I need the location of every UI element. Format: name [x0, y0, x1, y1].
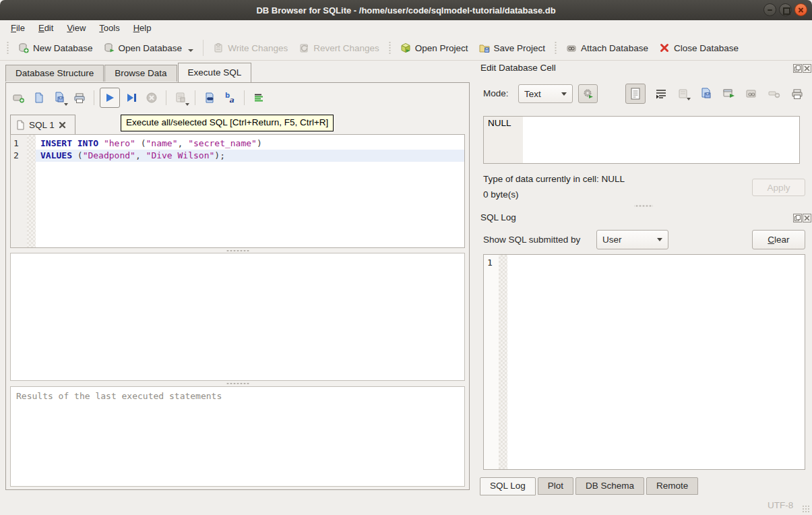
save-results-icon [175, 92, 187, 104]
new-sql-tab-icon [13, 92, 25, 104]
word-wrap-button[interactable] [654, 86, 668, 101]
apply-settings-button[interactable] [578, 84, 598, 103]
autocomplete-icon: b a [224, 92, 236, 104]
close-database-button[interactable]: Close Database [654, 39, 744, 57]
menu-tools[interactable]: Tools [92, 21, 126, 35]
close-database-label: Close Database [674, 43, 739, 53]
toolbar-handle[interactable] [554, 40, 557, 55]
close-dock-icon[interactable] [803, 214, 811, 222]
clear-log-button[interactable]: Clear [752, 230, 805, 249]
open-external-button[interactable] [745, 86, 759, 101]
export-data-icon [723, 88, 735, 100]
format-sql-button[interactable] [250, 89, 268, 107]
stop-execution-button[interactable] [143, 89, 160, 107]
new-database-button[interactable]: New Database [13, 39, 98, 57]
open-sql-file-button[interactable] [30, 89, 48, 107]
autocomplete-button[interactable]: b a [221, 89, 239, 107]
attach-database-button[interactable]: Attach Database [561, 39, 654, 57]
sql-log-view[interactable]: 1 [483, 254, 805, 470]
print-sql-button[interactable] [71, 89, 88, 107]
edit-cell-toolbar [625, 83, 805, 104]
execute-all-button[interactable] [100, 88, 120, 108]
save-project-icon [479, 42, 490, 53]
line-number: 2 [13, 150, 27, 162]
tab-execute-sql[interactable]: Execute SQL [178, 63, 252, 82]
sql-code-editor[interactable]: 1 2 INSERT INTO "hero" ("name", "secret_… [10, 134, 465, 248]
save-project-button[interactable]: Save Project [474, 39, 551, 57]
chevron-down-icon [561, 92, 567, 96]
code-area[interactable]: INSERT INTO "hero" ("name", "secret_name… [36, 135, 464, 247]
float-dock-icon[interactable] [793, 214, 802, 222]
cell-value-editor[interactable]: NULL [483, 116, 800, 164]
menu-file[interactable]: File [4, 21, 32, 35]
save-as-button[interactable] [699, 86, 714, 101]
import-dropdown-icon[interactable] [687, 98, 691, 100]
word-wrap-icon [655, 88, 667, 100]
set-null-icon [768, 88, 780, 100]
save-sql-dropdown-icon[interactable] [64, 103, 68, 106]
menu-edit[interactable]: Edit [32, 21, 60, 35]
resize-grip[interactable] [802, 505, 810, 513]
open-database-dropdown-icon[interactable] [188, 49, 193, 52]
tab-plot[interactable]: Plot [538, 477, 573, 495]
close-dock-icon[interactable] [803, 64, 811, 73]
save-results-dropdown-icon[interactable] [185, 103, 189, 106]
write-changes-button[interactable]: Write Changes [208, 39, 293, 57]
results-message-splitter[interactable] [10, 382, 465, 386]
new-database-label: New Database [33, 43, 93, 53]
menu-help[interactable]: Help [127, 21, 158, 35]
app-window: { "window": { "title": "DB Browser for S… [0, 0, 812, 515]
cell-value: NULL [488, 118, 511, 128]
cell-size-info: 0 byte(s) [483, 189, 519, 200]
mode-label: Mode: [483, 88, 509, 98]
tab-browse-data[interactable]: Browse Data [104, 65, 177, 82]
execute-line-button[interactable] [123, 89, 140, 107]
results-grid[interactable] [10, 253, 465, 381]
sql-document-tab[interactable]: SQL 1 [10, 115, 75, 134]
results-message-area[interactable]: Results of the last executed statements [10, 386, 465, 487]
log-filter-combobox[interactable]: User [596, 230, 668, 249]
cell-type-info: Type of data currently in cell: NULL [483, 174, 625, 184]
sql-toolbar-separator [244, 90, 245, 105]
revert-changes-button[interactable]: Revert Changes [293, 39, 385, 57]
new-sql-tab-button[interactable] [10, 89, 28, 107]
sql-toolbar-separator [94, 90, 94, 105]
tab-database-structure[interactable]: Database Structure [5, 65, 104, 82]
find-replace-icon [204, 92, 216, 104]
find-replace-button[interactable] [201, 89, 218, 107]
mode-combobox[interactable]: Text [518, 84, 573, 103]
cell-editor-gutter: NULL [484, 117, 523, 163]
menu-view[interactable]: View [60, 21, 92, 35]
titlebar[interactable]: DB Browser for SQLite - /home/user/code/… [0, 0, 812, 20]
save-as-icon [700, 88, 712, 100]
float-dock-icon[interactable] [793, 64, 802, 73]
toolbar-handle[interactable] [388, 40, 392, 55]
maximize-icon[interactable] [779, 3, 792, 16]
sql-log-title: SQL Log [480, 212, 516, 222]
apply-button[interactable]: Apply [752, 179, 805, 196]
chevron-down-icon [657, 238, 662, 241]
tab-sql-log[interactable]: SQL Log [480, 477, 536, 495]
text-mode-button[interactable] [625, 84, 646, 104]
save-sql-file-button[interactable] [51, 89, 68, 107]
export-data-button[interactable] [722, 86, 737, 101]
apply-label: Apply [768, 183, 790, 193]
fold-margin [27, 135, 36, 247]
print-cell-button[interactable] [790, 86, 805, 101]
close-sql-tab-icon[interactable] [59, 121, 66, 129]
window-controls [763, 3, 807, 16]
save-results-button[interactable] [172, 89, 189, 107]
tab-remote[interactable]: Remote [646, 477, 698, 495]
mode-value: Text [524, 89, 541, 99]
minimize-icon[interactable] [763, 3, 776, 16]
close-icon[interactable] [794, 3, 807, 16]
open-database-button[interactable]: Open Database [98, 39, 199, 57]
dock-splitter[interactable] [634, 204, 653, 208]
tab-db-schema[interactable]: DB Schema [575, 477, 644, 495]
import-data-button[interactable] [676, 86, 691, 101]
sql-file-icon [16, 120, 25, 130]
toolbar-handle[interactable] [6, 40, 9, 55]
open-project-button[interactable]: Open Project [395, 39, 474, 57]
set-null-button[interactable] [767, 86, 782, 101]
open-database-label: Open Database [119, 43, 183, 53]
